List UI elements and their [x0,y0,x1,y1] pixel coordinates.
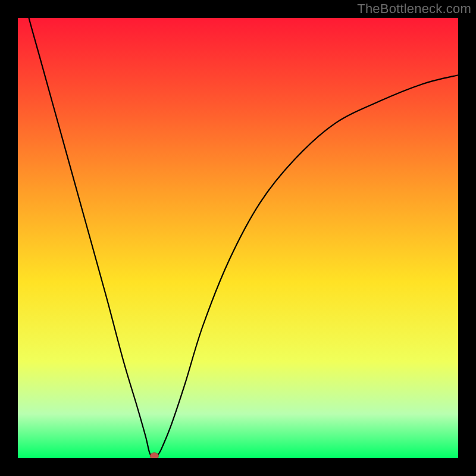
chart-frame: TheBottleneck.com [0,0,476,476]
plot-svg [18,18,458,458]
plot-area [18,18,458,458]
minimum-marker [150,453,158,458]
watermark-text: TheBottleneck.com [357,1,471,17]
gradient-background [18,18,458,458]
